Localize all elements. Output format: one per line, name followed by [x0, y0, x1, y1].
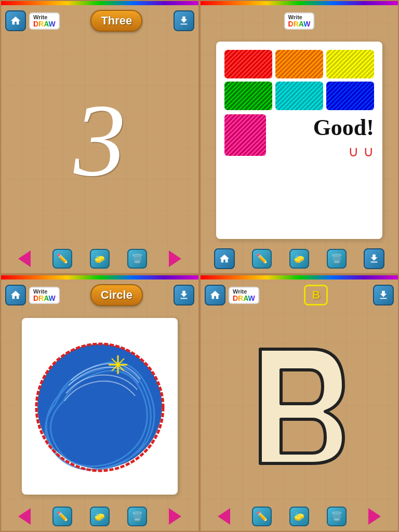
panel-circle-header: Write DRAW Circle [1, 280, 198, 311]
panel-circle-footer: ✏️ 🧽 🗑️ [1, 502, 198, 531]
trash-button-3[interactable]: 🗑️ [127, 507, 147, 526]
rainbow-bar-1 [1, 1, 198, 5]
panel-circle-content [1, 311, 198, 502]
swatch-cyan [275, 82, 323, 110]
download-button-3[interactable] [174, 285, 194, 305]
next-button-4[interactable] [365, 507, 384, 526]
swatch-red [224, 50, 272, 78]
panel-three-header: Write DRAW Three [1, 5, 198, 36]
panel-title-1: Three [101, 14, 132, 27]
good-card: Good! ∪ ∪ [216, 42, 382, 239]
panel-b: Write DRAW B ✏️ 🧽 🗑️ [200, 274, 399, 532]
prev-button-4[interactable] [214, 507, 234, 526]
pencil-button-4[interactable]: ✏️ [252, 507, 272, 526]
panel-b-header: Write DRAW B [201, 280, 398, 311]
logo-1: Write DRAW [29, 12, 60, 30]
logo-write-2: Write [288, 15, 311, 20]
svg-point-1 [38, 345, 161, 468]
eraser-button-2[interactable]: 🧽 [289, 249, 309, 269]
trash-button-4[interactable]: 🗑️ [327, 507, 347, 526]
swatch-blue [326, 82, 374, 110]
swatch-orange [275, 50, 323, 78]
title-pill-4: B [304, 285, 328, 305]
pencil-button-1[interactable]: ✏️ [52, 249, 72, 269]
panel-three-content: 3 [1, 36, 198, 244]
letter-b-drawing [234, 328, 364, 484]
logo-4: Write DRAW [229, 287, 259, 304]
next-button-3[interactable] [165, 507, 185, 526]
logo-write-4: Write [233, 289, 255, 295]
logo-draw-2: DRAW [288, 20, 311, 28]
logo-draw-4: DRAW [233, 295, 255, 302]
home-button-3[interactable] [5, 285, 26, 305]
panel-title-3: Circle [101, 288, 132, 301]
title-badge-3: Circle [63, 284, 170, 306]
pencil-button-3[interactable]: ✏️ [52, 507, 72, 526]
app-grid: Write DRAW Three 3 ✏️ 🧽 🗑️ [0, 0, 399, 532]
eraser-button-3[interactable]: 🧽 [90, 507, 110, 526]
panel-b-footer: ✏️ 🧽 🗑️ [201, 502, 398, 531]
prev-button-1[interactable] [15, 249, 34, 269]
prev-button-3[interactable] [15, 507, 34, 526]
smile-face: ∪ ∪ [348, 143, 374, 160]
download-button-1[interactable] [174, 10, 194, 31]
download-button-4[interactable] [373, 285, 394, 305]
eraser-button-1[interactable]: 🧽 [90, 249, 110, 269]
rainbow-bar-3 [1, 275, 198, 280]
home-button-4[interactable] [205, 285, 225, 305]
logo-3: Write DRAW [29, 287, 60, 304]
panel-good-footer: ✏️ 🧽 🗑️ [201, 244, 398, 273]
logo-draw-1: DRAW [33, 20, 56, 28]
rainbow-bar-2 [201, 1, 398, 5]
logo-write-1: Write [33, 15, 56, 20]
logo-draw-3: DRAW [33, 295, 56, 302]
swatch-green [224, 82, 272, 110]
title-badge-1: Three [63, 10, 170, 32]
swatch-pink [224, 114, 266, 156]
eraser-button-4[interactable]: 🧽 [289, 507, 309, 526]
home-button-1[interactable] [5, 10, 26, 31]
panel-circle: Write DRAW Circle [0, 274, 200, 532]
panel-good-content: Good! ∪ ∪ [201, 36, 398, 244]
good-text: Good! [313, 114, 374, 141]
pencil-button-2[interactable]: ✏️ [252, 249, 272, 269]
swatch-yellow [326, 50, 374, 78]
download-button-2[interactable] [364, 248, 384, 269]
logo-2: Write DRAW [284, 12, 315, 30]
panel-three: Write DRAW Three 3 ✏️ 🧽 🗑️ [0, 0, 200, 274]
circle-card [22, 318, 178, 495]
title-badge-4: B [262, 285, 370, 305]
panel-good: Write DRAW Good! ∪ ∪ [200, 0, 399, 274]
panel-three-footer: ✏️ 🧽 🗑️ [1, 244, 198, 273]
circle-drawing [27, 323, 172, 489]
color-swatches [224, 50, 374, 110]
home-button-2[interactable] [214, 248, 235, 269]
trash-button-1[interactable]: 🗑️ [127, 249, 147, 269]
rainbow-bar-4 [201, 275, 398, 280]
panel-b-content [201, 311, 398, 502]
logo-write-3: Write [33, 289, 56, 295]
panel-good-header: Write DRAW [201, 5, 398, 36]
title-pill-3: Circle [90, 284, 143, 306]
trash-button-2[interactable]: 🗑️ [327, 249, 347, 269]
title-pill-1: Three [90, 10, 142, 32]
panel-title-4: B [312, 288, 320, 301]
next-button-1[interactable] [165, 249, 185, 269]
number-display: 3 [74, 88, 126, 192]
